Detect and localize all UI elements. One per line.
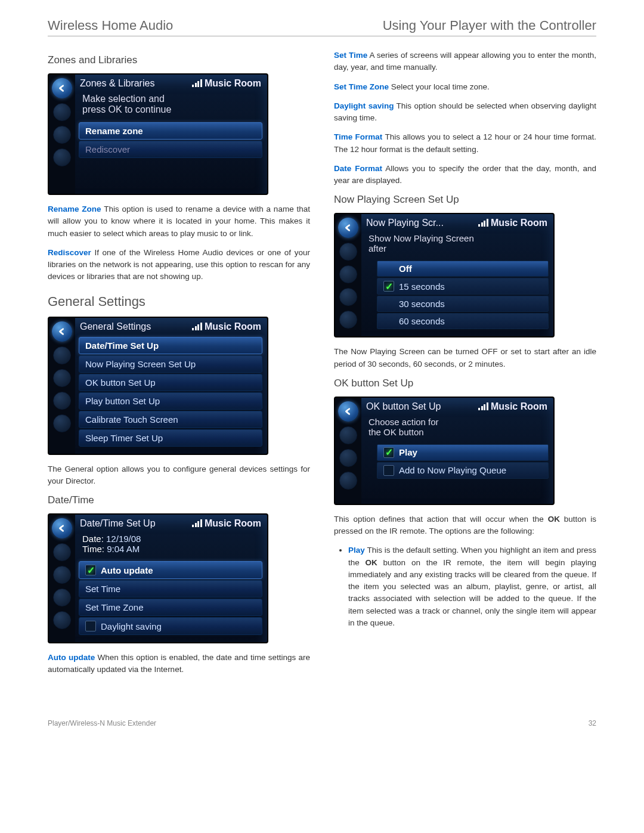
instruction-line: press OK to continue bbox=[82, 104, 259, 115]
checkbox-icon bbox=[383, 465, 394, 476]
screen-title: Date/Time Set Up bbox=[80, 518, 156, 529]
screenshot-ok-button-setup: OK button Set Up Music Room Choose actio… bbox=[334, 397, 555, 505]
menu-item-set-time-zone[interactable]: Set Time Zone bbox=[79, 599, 262, 616]
paragraph-rediscover: Rediscover If one of the Wireless Home A… bbox=[48, 247, 310, 283]
side-knob bbox=[53, 126, 71, 144]
checkbox-icon bbox=[85, 565, 96, 575]
heading-date-time: Date/Time bbox=[48, 494, 310, 506]
menu-item-sleep-timer[interactable]: Sleep Timer Set Up bbox=[79, 429, 262, 447]
side-knob bbox=[339, 288, 357, 306]
room-name: Music Room bbox=[205, 321, 261, 332]
footer-left: Player/Wireless-N Music Extender bbox=[48, 719, 156, 727]
menu-item-off[interactable]: Off bbox=[377, 261, 549, 277]
side-knob bbox=[53, 543, 71, 561]
screenshot-zones-libraries: Zones & Libraries Music Room Make select… bbox=[48, 73, 268, 195]
paragraph-rename-zone: Rename Zone This option is used to renam… bbox=[48, 203, 310, 240]
side-knob bbox=[53, 566, 71, 584]
menu-item-15-seconds[interactable]: 15 seconds bbox=[377, 278, 549, 295]
back-arrow-icon bbox=[56, 82, 68, 94]
page-header: Wireless Home Audio Using Your Player wi… bbox=[48, 18, 596, 36]
signal-bars-icon bbox=[478, 219, 488, 227]
side-knob bbox=[339, 243, 357, 261]
back-arrow-icon bbox=[56, 326, 68, 337]
room-indicator: Music Room bbox=[192, 321, 261, 332]
screen-title: OK button Set Up bbox=[366, 401, 441, 412]
paragraph-set-time-zone: Set Time Zone Select your local time zon… bbox=[334, 81, 596, 93]
menu-item-now-playing-setup[interactable]: Now Playing Screen Set Up bbox=[79, 355, 262, 373]
paragraph-time-format: Time Format This allows you to select a … bbox=[334, 131, 596, 156]
back-arrow-icon bbox=[56, 522, 68, 534]
paragraph-date-format: Date Format Allows you to specify the or… bbox=[334, 163, 596, 187]
side-knob bbox=[339, 472, 357, 490]
screen-title: Zones & Libraries bbox=[80, 78, 154, 89]
menu-item-ok-button-setup[interactable]: OK button Set Up bbox=[79, 374, 262, 391]
signal-bars-icon bbox=[192, 323, 202, 330]
page-number: 32 bbox=[589, 719, 596, 727]
screenshot-date-time: Date/Time Set Up Music Room Date: 12/19/… bbox=[48, 513, 268, 643]
screen-title: General Settings bbox=[80, 321, 151, 332]
side-knob bbox=[53, 589, 71, 606]
menu-item-set-time[interactable]: Set Time bbox=[79, 580, 262, 597]
room-indicator: Music Room bbox=[192, 518, 261, 529]
menu-item-rediscover[interactable]: Rediscover bbox=[79, 141, 262, 158]
screen-title: Now Playing Scr... bbox=[366, 218, 444, 228]
paragraph-ok-intro: This option defines that action that wil… bbox=[334, 513, 596, 538]
side-knob bbox=[339, 265, 357, 283]
date-value: Date: 12/19/08 bbox=[82, 534, 259, 544]
screenshot-general-settings: General Settings Music Room Date/Time Se… bbox=[48, 317, 268, 455]
signal-bars-icon bbox=[192, 80, 202, 87]
checkbox-icon bbox=[383, 447, 394, 458]
header-left: Wireless Home Audio bbox=[48, 18, 173, 33]
side-knob bbox=[53, 392, 71, 410]
room-indicator: Music Room bbox=[478, 218, 547, 228]
heading-ok-button-setup: OK button Set Up bbox=[334, 377, 596, 389]
menu-item-calibrate-touch[interactable]: Calibrate Touch Screen bbox=[79, 411, 262, 428]
side-knob bbox=[339, 311, 357, 329]
instruction-line: Choose action for bbox=[369, 417, 545, 427]
back-arrow-icon bbox=[342, 405, 354, 417]
checkbox-icon bbox=[383, 281, 394, 292]
paragraph-daylight-saving: Daylight saving This option should be se… bbox=[334, 100, 596, 125]
menu-item-60-seconds[interactable]: 60 seconds bbox=[377, 313, 549, 329]
menu-item-datetime-setup[interactable]: Date/Time Set Up bbox=[79, 337, 262, 354]
paragraph-auto-update: Auto update When this option is enabled,… bbox=[48, 652, 310, 676]
menu-item-play-button-setup[interactable]: Play button Set Up bbox=[79, 392, 262, 410]
heading-now-playing-setup: Now Playing Screen Set Up bbox=[334, 194, 596, 206]
signal-bars-icon bbox=[192, 520, 202, 527]
menu-item-daylight-saving[interactable]: Daylight saving bbox=[79, 617, 262, 635]
menu-item-30-seconds[interactable]: 30 seconds bbox=[377, 296, 549, 312]
heading-zones-libraries: Zones and Libraries bbox=[48, 54, 310, 66]
instruction-line: Make selection and bbox=[82, 94, 259, 104]
paragraph-now-playing: The Now Playing Screen can be turned OFF… bbox=[334, 346, 596, 370]
header-right: Using Your Player with the Controller bbox=[383, 18, 596, 33]
room-name: Music Room bbox=[205, 518, 261, 529]
room-indicator: Music Room bbox=[192, 78, 261, 89]
room-indicator: Music Room bbox=[478, 401, 547, 412]
checkbox-icon bbox=[85, 621, 96, 631]
instruction-line: after bbox=[369, 243, 545, 253]
menu-item-play[interactable]: Play bbox=[377, 444, 549, 461]
back-button[interactable] bbox=[52, 78, 72, 98]
screenshot-now-playing-setup: Now Playing Scr... Music Room Show Now P… bbox=[334, 213, 555, 337]
paragraph-general: The General option allows you to configu… bbox=[48, 463, 310, 488]
side-knob bbox=[53, 414, 71, 432]
instruction-line: Show Now Playing Screen bbox=[369, 233, 545, 243]
side-knob bbox=[53, 369, 71, 387]
signal-bars-icon bbox=[478, 403, 488, 410]
back-button[interactable] bbox=[338, 218, 358, 238]
side-knob bbox=[53, 346, 71, 364]
heading-general-settings: General Settings bbox=[48, 294, 310, 309]
instruction-line: the OK button bbox=[369, 427, 545, 437]
page-footer: Player/Wireless-N Music Extender 32 bbox=[48, 719, 596, 727]
back-button[interactable] bbox=[52, 518, 72, 538]
room-name: Music Room bbox=[205, 78, 261, 89]
back-button[interactable] bbox=[338, 401, 358, 422]
side-knob bbox=[339, 449, 357, 467]
list-item-play: Play This is the default setting. When y… bbox=[348, 544, 596, 629]
back-button[interactable] bbox=[52, 321, 72, 342]
menu-item-auto-update[interactable]: Auto update bbox=[79, 561, 262, 579]
back-arrow-icon bbox=[342, 222, 354, 234]
menu-item-rename-zone[interactable]: Rename zone bbox=[79, 122, 262, 140]
menu-item-add-to-queue[interactable]: Add to Now Playing Queue bbox=[377, 462, 549, 479]
side-knob bbox=[53, 103, 71, 121]
